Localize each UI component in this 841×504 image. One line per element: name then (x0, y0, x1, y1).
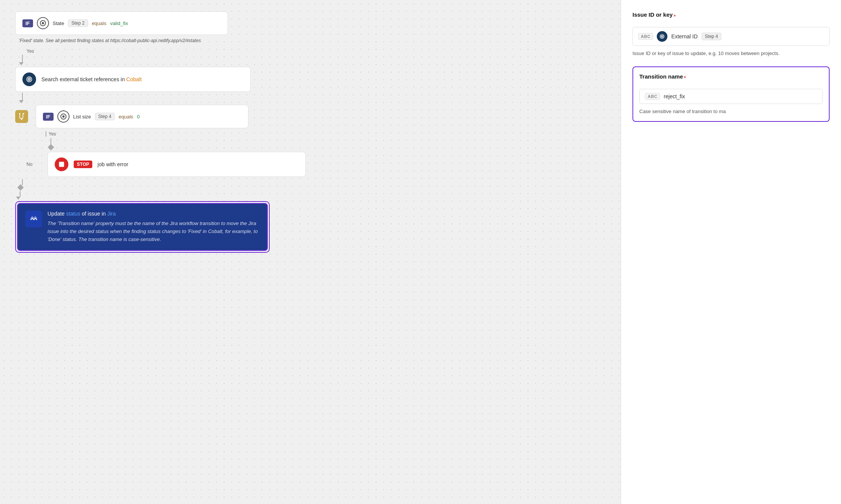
stop-text: job with error (98, 161, 128, 167)
list-value: 0 (137, 114, 140, 120)
transition-label-row: Transition name * (639, 73, 823, 84)
svg-point-9 (662, 36, 663, 37)
issue-id-hint: Issue ID or key of issue to update, e.g.… (632, 50, 830, 57)
branch-connectors: Yes (46, 131, 56, 150)
jira-content: Update status of issue in Jira The 'Tran… (47, 211, 259, 243)
svg-point-2 (28, 79, 30, 80)
list-size-label: List size (73, 114, 91, 120)
state-value: valid_fix (110, 20, 128, 26)
issue-id-field-label: External ID (671, 33, 697, 39)
state-label: State (53, 20, 64, 26)
cobalt-search-icon (22, 72, 36, 86)
transition-name-label: Transition name (639, 73, 683, 80)
issue-id-label: Issue ID or key (632, 11, 673, 18)
branch-icon (15, 110, 28, 123)
issue-id-field[interactable]: ABC External ID Step 4 (632, 27, 830, 46)
jira-status-link: status (66, 211, 80, 217)
yes-label-2: Yes (49, 131, 56, 137)
no-stop-row: No STOP job with error (15, 152, 306, 177)
transition-required-star: * (684, 75, 686, 82)
svg-rect-6 (59, 162, 64, 167)
if-badge: IF (22, 19, 33, 27)
issue-id-label-row: Issue ID or key * (632, 11, 830, 22)
state-step-tag: Step 2 (68, 19, 88, 27)
transition-section: Transition name * ABC reject_fix Case se… (632, 66, 830, 122)
issue-id-step-tag: Step 4 (702, 33, 722, 40)
jira-block-wrapper[interactable]: Update status of issue in Jira The 'Tran… (15, 201, 270, 253)
transition-field[interactable]: ABC reject_fix (639, 89, 823, 104)
stop-icon (55, 158, 68, 171)
state-equals: equals (92, 20, 106, 26)
no-label: No (27, 162, 32, 167)
jira-title: Update status of issue in Jira (47, 211, 259, 217)
config-panel: Issue ID or key * ABC External ID Step 4… (621, 0, 841, 504)
external-id-icon (657, 31, 667, 42)
if-list-block[interactable]: IF List size Step 4 equals 0 (36, 105, 248, 128)
workflow-flow: IF State Step 2 equals valid_fix 'Fixed'… (15, 8, 605, 253)
issue-id-required-star: * (673, 14, 676, 20)
jira-description: The 'Transition name' property must be t… (47, 220, 259, 243)
search-cobalt-block[interactable]: Search external ticket references in Cob… (15, 67, 251, 92)
state-step-icon (37, 17, 49, 29)
if-badge-2: IF (43, 113, 54, 121)
svg-point-4 (23, 113, 24, 114)
stop-block[interactable]: STOP job with error (47, 152, 306, 177)
transition-value: reject_fix (664, 93, 685, 99)
transition-hint: Case sensitive name of transition to ma (639, 108, 823, 115)
workflow-canvas: IF State Step 2 equals valid_fix 'Fixed'… (0, 0, 621, 504)
svg-point-5 (21, 119, 22, 120)
svg-point-3 (19, 113, 20, 114)
stop-badge: STOP (74, 161, 92, 168)
search-text: Search external ticket references in Cob… (41, 76, 142, 82)
issue-id-section: Issue ID or key * ABC External ID Step 4… (632, 11, 830, 57)
transition-abc: ABC (645, 93, 660, 100)
issue-id-abc: ABC (638, 33, 653, 40)
jira-update-block[interactable]: Update status of issue in Jira The 'Tran… (17, 203, 268, 251)
yes-label-1: Yes (27, 49, 34, 54)
list-equals: equals (119, 114, 133, 120)
yes-connector-1: Yes (23, 47, 34, 55)
list-step-icon (57, 110, 70, 123)
jira-icon (25, 211, 42, 227)
if-state-block[interactable]: IF State Step 2 equals valid_fix (15, 11, 228, 35)
branch-if-row: IF List size Step 4 equals 0 (15, 105, 248, 128)
state-description: 'Fixed' state. See all pentest finding s… (19, 37, 201, 44)
list-step-tag: Step 4 (95, 113, 115, 120)
cobalt-link: Cobalt (126, 76, 141, 82)
jira-jira-link: Jira (107, 211, 116, 217)
